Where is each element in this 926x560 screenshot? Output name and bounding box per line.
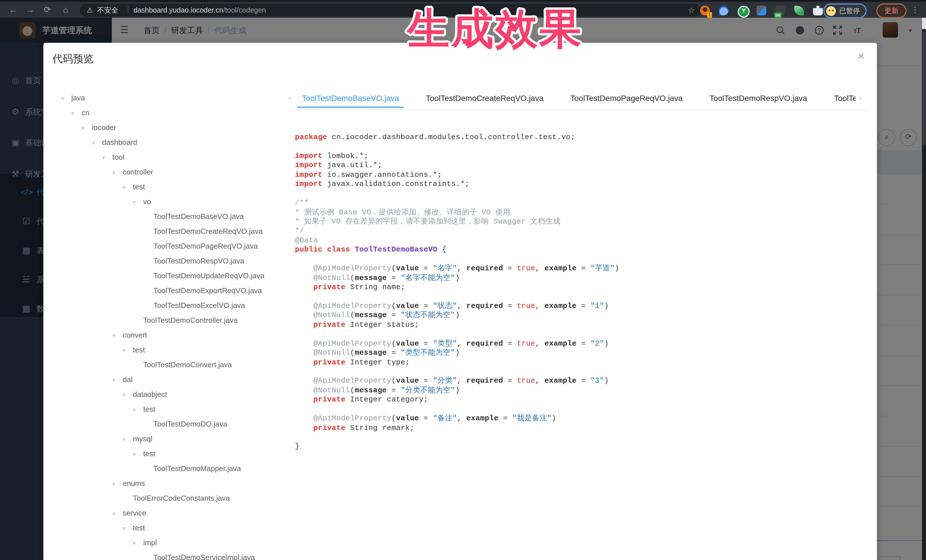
tree-folder[interactable]: ▾mysql — [53, 432, 292, 447]
tree-folder[interactable]: ▾tool — [53, 150, 292, 165]
caret-down-icon[interactable]: ▾ — [61, 91, 71, 106]
tab-ToolTestDemoRespVO.java[interactable]: ToolTestDemoRespVO.java — [705, 88, 812, 108]
scrollbar-thumb[interactable] — [923, 32, 925, 145]
caret-down-icon[interactable]: ▾ — [123, 388, 133, 403]
caret-down-icon[interactable]: ▾ — [123, 180, 133, 195]
bookmark-star-icon[interactable]: ☆ — [688, 4, 695, 16]
code-line — [295, 142, 871, 152]
browser-update-button[interactable]: 更新 — [876, 3, 906, 18]
tree-node-label: controller — [123, 168, 153, 176]
tree-folder[interactable]: ▾java — [53, 91, 292, 106]
tab-ToolTestDemoCreateReqVO.java[interactable]: ToolTestDemoCreateReqVO.java — [421, 88, 548, 108]
tree-folder[interactable]: ▾dal — [53, 372, 292, 387]
extension-list-icon[interactable]: on — [775, 6, 785, 15]
tree-folder[interactable]: ▾convert — [53, 328, 292, 343]
tab-ToolTestDemoBaseVO.java[interactable]: ToolTestDemoBaseVO.java — [297, 88, 404, 108]
code-line: @ApiModelProperty(value = "类型", required… — [295, 339, 871, 349]
code-line — [295, 433, 871, 442]
browser-profile-chip[interactable]: 已暂停 — [823, 3, 867, 18]
caret-down-icon[interactable]: ▾ — [123, 432, 133, 447]
code-editor[interactable]: package cn.iocoder.dashboard.modules.too… — [295, 133, 871, 452]
tab-ToolTestDemoUpdateReqVO.java[interactable]: ToolTestDemoUpdateReqVO.java — [829, 88, 856, 108]
tree-folder[interactable]: ▾dataobject — [53, 387, 292, 402]
code-line: private Integer type; — [295, 358, 871, 367]
caret-down-icon[interactable]: ▾ — [92, 136, 102, 151]
code-line: @ApiModelProperty(value = "名字", required… — [295, 264, 871, 273]
tree-folder[interactable]: ▾controller — [53, 165, 292, 180]
tree-file[interactable]: ToolTestDemoServiceImpl.java — [53, 550, 292, 560]
not-secure-label[interactable]: 不安全 — [97, 4, 118, 16]
tree-file[interactable]: ToolTestDemoBaseVO.java — [53, 209, 292, 224]
tabs-prev-icon[interactable]: ‹ — [288, 93, 295, 102]
tree-file[interactable]: ToolTestDemoMapper.java — [53, 461, 292, 476]
caret-down-icon[interactable]: ▾ — [133, 403, 143, 417]
code-line: private String remark; — [295, 423, 871, 433]
tree-file[interactable]: ToolTestDemoExportReqVO.java — [53, 284, 292, 298]
caret-down-icon[interactable]: ▾ — [112, 506, 123, 521]
caret-down-icon[interactable]: ▾ — [82, 121, 92, 136]
extension-squares-icon[interactable] — [757, 6, 766, 15]
tree-file[interactable]: ToolTestDemoExcelVO.java — [53, 298, 292, 313]
tree-node-label: java — [71, 94, 85, 102]
browser-reload-icon[interactable]: ⟳ — [41, 2, 54, 18]
code-line: import javax.validation.constraints.*; — [295, 180, 871, 189]
caret-down-icon[interactable]: ▾ — [133, 536, 143, 551]
extension-leaf-icon[interactable] — [794, 6, 804, 15]
extension-orange-icon[interactable]: 1 — [700, 6, 710, 15]
tree-folder[interactable]: ▾test — [53, 343, 292, 358]
tree-folder[interactable]: ▾test — [53, 521, 292, 536]
caret-down-icon[interactable]: ▾ — [123, 521, 133, 536]
browser-home-icon[interactable]: ⌂ — [59, 2, 72, 18]
code-line: package cn.iocoder.dashboard.modules.too… — [295, 133, 871, 142]
tree-file[interactable]: ToolTestDemoUpdateReqVO.java — [53, 269, 292, 284]
tree-folder[interactable]: ▾dashboard — [53, 135, 292, 150]
tree-file[interactable]: ToolTestDemoPageReqVO.java — [53, 239, 292, 254]
tree-file[interactable]: ToolTestDemoRespVO.java — [53, 254, 292, 269]
tree-node-label: test — [143, 449, 155, 458]
caret-down-icon[interactable]: ▾ — [133, 195, 143, 210]
code-line: public class ToolTestDemoBaseVO { — [295, 246, 871, 255]
tree-node-label: dataobject — [133, 390, 167, 398]
extension-drop-icon[interactable] — [719, 6, 729, 15]
tree-node-label: ToolErrorCodeConstants.java — [133, 494, 230, 503]
tree-folder[interactable]: ▾vo — [53, 195, 292, 209]
code-line: @ApiModelProperty(value = "分类", required… — [295, 377, 871, 386]
tree-node-label: ToolTestDemoCreateReqVO.java — [153, 227, 263, 235]
tree-file[interactable]: ToolTestDemoDO.java — [53, 417, 292, 432]
tabs-next-icon[interactable]: › — [859, 93, 866, 102]
tree-folder[interactable]: ▾impl — [53, 536, 292, 550]
tree-file[interactable]: ToolTestDemoController.java — [53, 313, 292, 328]
extension-green-icon[interactable]: Y — [738, 6, 750, 18]
tab-ToolTestDemoPageReqVO.java[interactable]: ToolTestDemoPageReqVO.java — [566, 88, 687, 108]
caret-down-icon[interactable]: ▾ — [112, 329, 123, 343]
tree-file[interactable]: ToolErrorCodeConstants.java — [53, 491, 292, 506]
caret-down-icon[interactable]: ▾ — [112, 165, 123, 180]
tree-folder[interactable]: ▾test — [53, 402, 292, 417]
close-icon[interactable]: × — [858, 51, 864, 62]
browser-back-icon[interactable]: ← — [7, 2, 20, 18]
caret-down-icon[interactable]: ▾ — [133, 447, 143, 462]
extensions-puzzle-icon[interactable] — [813, 6, 823, 15]
tree-folder[interactable]: ▾cn — [53, 106, 292, 120]
url-text[interactable]: dashboard.yudao.iocoder.cn/tool/codegen — [133, 4, 266, 16]
code-line: @NotNull(message = "名字不能为空") — [295, 273, 871, 283]
tree-file[interactable]: ToolTestDemoCreateReqVO.java — [53, 224, 292, 239]
tree-node-label: test — [133, 183, 145, 191]
address-bar[interactable]: ⚠ 不安全 dashboard.yudao.iocoder.cn/tool/co… — [80, 4, 701, 16]
caret-down-icon[interactable]: ▾ — [71, 106, 82, 121]
caret-down-icon[interactable]: ▾ — [112, 477, 123, 492]
tree-folder[interactable]: ▾test — [53, 180, 292, 195]
extension-badge: on — [774, 12, 781, 18]
tree-folder[interactable]: ▾service — [53, 506, 292, 521]
tree-folder[interactable]: ▾test — [53, 447, 292, 461]
code-line — [295, 367, 871, 377]
tree-folder[interactable]: ▾enums — [53, 476, 292, 491]
browser-forward-icon[interactable]: → — [24, 2, 36, 18]
caret-down-icon[interactable]: ▾ — [123, 343, 133, 358]
caret-down-icon[interactable]: ▾ — [102, 151, 112, 165]
caret-down-icon[interactable]: ▾ — [112, 373, 123, 388]
tree-file[interactable]: ToolTestDemoConvert.java — [53, 358, 292, 372]
page-scrollbar[interactable] — [922, 18, 926, 560]
tree-folder[interactable]: ▾iocoder — [53, 120, 292, 135]
browser-menu-dots-icon[interactable]: ⋮ — [911, 5, 919, 14]
